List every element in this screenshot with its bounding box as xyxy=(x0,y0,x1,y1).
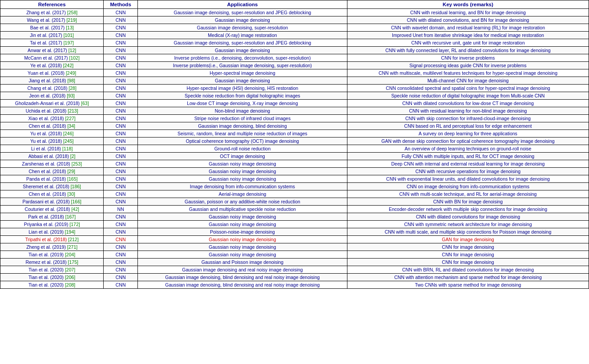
keywords-cell: Fully CNN with multiple inputs, and RL f… xyxy=(347,153,589,160)
table-row: Xiao et al. (2018) [227]CNNStripe noise … xyxy=(0,115,589,122)
method-cell: CNN xyxy=(104,221,138,228)
application-cell: Non-blind image denoising xyxy=(137,107,347,115)
table-row: Uchida et al. (2018) [213]CNNNon-blind i… xyxy=(0,107,589,115)
ref-cell: Remez et al. (2018) [175] xyxy=(0,259,104,266)
method-cell: CNN xyxy=(104,100,138,107)
application-cell: Medical (X-ray) image restoration xyxy=(137,32,347,39)
header-keywords: Key words (remarks) xyxy=(347,0,589,9)
keywords-cell: CNN with fully connected layer, RL and d… xyxy=(347,47,589,54)
keywords-cell: CNN for image denoising xyxy=(347,259,589,266)
table-row: Yu et al. (2018) [245]CNNOptical coheren… xyxy=(0,138,589,145)
table-row: Chen et al. (2018) [30]CNNAerial-image d… xyxy=(0,190,589,198)
application-cell: Gaussian noisy image denoising xyxy=(137,160,347,168)
method-cell: CNN xyxy=(104,9,138,16)
keywords-cell: CNN with symmetric network architecture … xyxy=(347,221,589,228)
table-row: Jin et al. (2017) [101]CNNMedical (X-ray… xyxy=(0,32,589,39)
ref-cell: Tripathi et al. (2018) [212] xyxy=(0,236,104,243)
ref-cell: Tian et al. (2020) [207] xyxy=(0,266,104,274)
table-row: Gholizadeh-Ansari et al. (2018) [63]CNNL… xyxy=(0,100,589,107)
application-cell: Seismic, random, linear and multiple noi… xyxy=(137,130,347,138)
keywords-cell: Speckle noise reduction of digital holog… xyxy=(347,92,589,100)
ref-cell: Tian et al. (2020) [208] xyxy=(0,281,104,289)
application-cell: Inverse problems(i.e., Gaussian image de… xyxy=(137,62,347,69)
ref-cell: Yu et al. (2018) [246] xyxy=(0,130,104,138)
method-cell: CNN xyxy=(104,16,138,24)
keywords-cell: CNN with multi-scale technique, and RL f… xyxy=(347,190,589,198)
method-cell: CNN xyxy=(104,138,138,145)
ref-cell: Couturier et al. (2018) [42] xyxy=(0,206,104,213)
ref-cell: Zheng et al. (2019) [271] xyxy=(0,243,104,251)
keywords-cell: Multi-channel CNN for image denoising xyxy=(347,77,589,85)
application-cell: Aerial-image denoising xyxy=(137,190,347,198)
method-cell: CNN xyxy=(104,274,138,281)
application-cell: Gaussian noisy image denoising xyxy=(137,221,347,228)
ref-cell: Bae et al. (2017) [13] xyxy=(0,24,104,32)
application-cell: Gaussian image denoising, blind denoisin… xyxy=(137,122,347,130)
keywords-cell: CNN with dilated convolutions for image … xyxy=(347,213,589,221)
ref-cell: Jin et al. (2017) [101] xyxy=(0,32,104,39)
method-cell: CNN xyxy=(104,130,138,138)
application-cell: Stripe noise reduction of infrared cloud… xyxy=(137,115,347,122)
keywords-cell: CNN with attention mechanism and sparse … xyxy=(347,274,589,281)
method-cell: CNN xyxy=(104,24,138,32)
application-cell: Optical coherence tomography (OCT) image… xyxy=(137,138,347,145)
table-row: Anwar et al. (2017) [12]CNNGaussian imag… xyxy=(0,47,589,54)
method-cell: CNN xyxy=(104,259,138,266)
ref-cell: Chen et al. (2018) [34] xyxy=(0,122,104,130)
table-row: Yu et al. (2018) [246]CNNSeismic, random… xyxy=(0,130,589,138)
application-cell: Gaussian image denoising xyxy=(137,16,347,24)
ref-cell: Anwar et al. (2017) [12] xyxy=(0,47,104,54)
application-cell: Gaussian image denoising, super-resoluti… xyxy=(137,24,347,32)
application-cell: Gaussian image denoising, blind denoisin… xyxy=(137,274,347,281)
application-cell: Speckle noise reduction from digital hol… xyxy=(137,92,347,100)
method-cell: CNN xyxy=(104,62,138,69)
application-cell: Gaussian image denoising, blind denoisin… xyxy=(137,281,347,289)
application-cell: Gaussian noisy image denoising xyxy=(137,175,347,183)
table-row: Lian et al. (2019) [194]CNNPoisson-noise… xyxy=(0,228,589,236)
table-row: Chen et al. (2018) [29]CNNGaussian noisy… xyxy=(0,168,589,175)
main-table: References Methods Applications Key word… xyxy=(0,0,589,289)
keywords-cell: CNN for image denoising xyxy=(347,251,589,259)
ref-cell: Wang et al. (2017) [219] xyxy=(0,16,104,24)
keywords-cell: CNN with exponential linear units, and d… xyxy=(347,175,589,183)
method-cell: CNN xyxy=(104,251,138,259)
table-row: McCann et al. (2017) [102]CNNInverse pro… xyxy=(0,54,589,62)
method-cell: CNN xyxy=(104,266,138,274)
ref-cell: Tian et al. (2019) [204] xyxy=(0,251,104,259)
application-cell: Hyper-spectral image denoising xyxy=(137,69,347,77)
table-row: Jiang et al. (2018) [98]CNNGaussian imag… xyxy=(0,77,589,85)
method-cell: CNN xyxy=(104,107,138,115)
ref-cell: McCann et al. (2017) [102] xyxy=(0,54,104,62)
ref-cell: Chen et al. (2018) [30] xyxy=(0,190,104,198)
table-row: Tripathi et al. (2018) [212]CNNGaussian … xyxy=(0,236,589,243)
method-cell: CNN xyxy=(104,160,138,168)
method-cell: CNN xyxy=(104,92,138,100)
application-cell: Gaussian, poisson or any additive-white … xyxy=(137,198,347,206)
keywords-cell: CNN for inverse problems xyxy=(347,54,589,62)
keywords-cell: CNN for image denoising xyxy=(347,243,589,251)
keywords-cell: CNN with BN for image denoising xyxy=(347,198,589,206)
table-row: Couturier et al. (2018) [42]NNGaussian a… xyxy=(0,206,589,213)
keywords-cell: An overview of deep learning techniques … xyxy=(347,145,589,153)
method-cell: CNN xyxy=(104,236,138,243)
keywords-cell: CNN with recursive unit, gate unit for i… xyxy=(347,39,589,47)
keywords-cell: CNN with skip connection for infrared-cl… xyxy=(347,115,589,122)
keywords-cell: CNN with wavelet domain, and residual le… xyxy=(347,24,589,32)
application-cell: OCT image denoising xyxy=(137,153,347,160)
keywords-cell: A survey on deep learning for three appl… xyxy=(347,130,589,138)
method-cell: CNN xyxy=(104,190,138,198)
table-row: Wang et al. (2017) [219]CNNGaussian imag… xyxy=(0,16,589,24)
ref-cell: Zarshenas et al. (2018) [253] xyxy=(0,160,104,168)
table-row: Priyanka et al. (2019) [172]CNNGaussian … xyxy=(0,221,589,228)
table-row: Bae et al. (2017) [13]CNNGaussian image … xyxy=(0,24,589,32)
application-cell: Gaussian image denoising xyxy=(137,77,347,85)
keywords-cell: CNN with residual learning for non-blind… xyxy=(347,107,589,115)
application-cell: Poisson-noise-image denoising xyxy=(137,228,347,236)
method-cell: CNN xyxy=(104,198,138,206)
keywords-cell: Two CNNs with sparse method for image de… xyxy=(347,281,589,289)
application-cell: Low-dose CT image denoising, X-ray image… xyxy=(137,100,347,107)
ref-cell: Yu et al. (2018) [245] xyxy=(0,138,104,145)
ref-cell: Sheremet et al. (2018) [186] xyxy=(0,183,104,190)
table-row: Li et al. (2018) [118]CNNGround-roll noi… xyxy=(0,145,589,153)
table-row: Zheng et al. (2019) [271]CNNGaussian noi… xyxy=(0,243,589,251)
